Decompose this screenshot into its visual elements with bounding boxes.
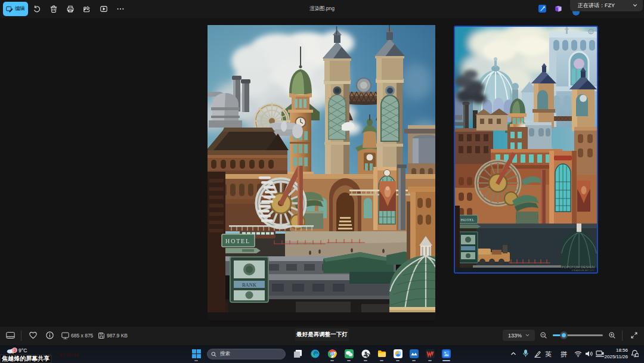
svg-text:HOTEL: HOTEL bbox=[225, 238, 250, 244]
svg-text:POPOTOM DESIGN: POPOTOM DESIGN bbox=[562, 265, 595, 269]
svg-text:HOTEL: HOTEL bbox=[461, 218, 475, 222]
svg-text:BANK: BANK bbox=[242, 282, 257, 288]
svg-text:STEAMPUNK ART CITY: STEAMPUNK ART CITY bbox=[572, 269, 595, 272]
svg-text:R: R bbox=[590, 30, 593, 34]
